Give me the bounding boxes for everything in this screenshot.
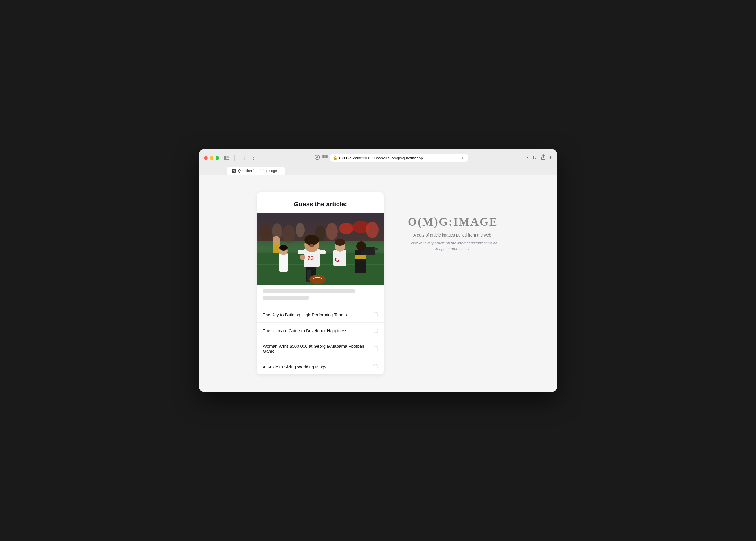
svg-rect-10: [325, 156, 328, 157]
svg-point-35: [300, 255, 306, 260]
divider: [234, 155, 235, 161]
option-1-text: The Key to Building High-Performing Team…: [263, 312, 347, 317]
svg-rect-11: [325, 157, 328, 158]
close-button[interactable]: [204, 156, 208, 160]
page-content: Guess the article:: [199, 175, 557, 392]
option-1-radio[interactable]: [373, 312, 378, 317]
svg-point-42: [335, 239, 345, 246]
option-3-radio[interactable]: [373, 346, 378, 351]
hot-take-text: : every article on the internet doesn't …: [422, 241, 497, 251]
reader-mode-button[interactable]: [314, 155, 320, 161]
option-2-radio[interactable]: [373, 328, 378, 333]
title-bar: ‹ ›: [199, 149, 557, 175]
svg-text:23: 23: [308, 255, 314, 261]
svg-point-18: [296, 223, 305, 237]
skeleton-line-1: [263, 289, 355, 293]
sidebar-toggle-button[interactable]: [223, 154, 231, 162]
url-text: 67112d5bdb81130008bab207--omgimg.netlify…: [339, 156, 460, 160]
svg-rect-1: [227, 156, 229, 157]
option-3-text: Woman Wins $500,000 at Georgia/Alabama F…: [263, 344, 373, 353]
brand-tagline: A quiz of article images pulled from the…: [413, 233, 492, 238]
svg-point-38: [310, 244, 314, 248]
back-button[interactable]: ‹: [240, 154, 248, 162]
svg-point-20: [326, 223, 338, 240]
quiz-option-3[interactable]: Woman Wins $500,000 at Georgia/Alabama F…: [257, 338, 384, 359]
svg-rect-8: [323, 157, 325, 158]
option-4-radio[interactable]: [373, 364, 378, 369]
svg-rect-34: [319, 250, 326, 255]
quiz-option-4[interactable]: A Guide to Sizing Wedding Rings: [257, 359, 384, 374]
svg-rect-2: [227, 158, 229, 159]
svg-text:G: G: [335, 256, 340, 263]
svg-point-21: [339, 223, 354, 234]
new-tab-button[interactable]: +: [548, 155, 552, 161]
brand-hotnote: Hot take: every article on the internet …: [407, 240, 499, 252]
tab-favicon: N: [232, 169, 236, 173]
reload-button[interactable]: ↻: [461, 156, 465, 160]
svg-rect-45: [374, 248, 378, 250]
svg-point-37: [304, 235, 319, 245]
minimize-button[interactable]: [210, 156, 214, 160]
branding-panel: O(M)G:IMAGE A quiz of article images pul…: [407, 193, 499, 252]
svg-rect-6: [323, 155, 325, 156]
svg-rect-0: [225, 156, 226, 160]
svg-point-5: [316, 157, 318, 158]
tab-bar: N Question 1 | o(m)g:image: [204, 165, 552, 175]
traffic-lights: [204, 156, 219, 160]
quiz-heading: Guess the article:: [257, 193, 384, 213]
svg-point-23: [366, 222, 378, 238]
svg-point-15: [260, 224, 272, 242]
skeleton-loader: [257, 284, 384, 306]
tab-title: Question 1 | o(m)g:image: [238, 169, 277, 173]
svg-point-46: [357, 242, 366, 251]
active-tab[interactable]: N Question 1 | o(m)g:image: [227, 167, 285, 175]
lock-icon: 🔒: [333, 156, 338, 160]
svg-rect-3: [227, 159, 229, 160]
svg-rect-9: [325, 155, 328, 156]
address-bar[interactable]: 🔒 67112d5bdb81130008bab207--omgimg.netli…: [330, 155, 468, 162]
svg-rect-47: [355, 255, 367, 259]
toolbar-right: +: [525, 155, 552, 162]
nav-controls: ‹ ›: [240, 154, 258, 162]
quiz-option-1[interactable]: The Key to Building High-Performing Team…: [257, 306, 384, 322]
reader-view-button[interactable]: [323, 155, 328, 161]
quiz-image: 23 G: [257, 213, 384, 284]
quiz-options: The Key to Building High-Performing Team…: [257, 306, 384, 374]
option-4-text: A Guide to Sizing Wedding Rings: [263, 364, 327, 369]
quiz-option-2[interactable]: The Ultimate Guide to Developer Happines…: [257, 322, 384, 338]
fullscreen-button[interactable]: [216, 156, 219, 160]
svg-point-25: [273, 236, 280, 244]
hot-take-link[interactable]: Hot take: [408, 241, 422, 245]
svg-rect-33: [298, 250, 304, 255]
svg-rect-51: [280, 253, 288, 271]
address-bar-area: 🔒 67112d5bdb81130008bab207--omgimg.netli…: [261, 155, 521, 162]
quiz-card: Guess the article:: [257, 193, 384, 374]
option-2-text: The Ultimate Guide to Developer Happines…: [263, 328, 347, 333]
share-button[interactable]: [541, 155, 546, 162]
svg-rect-7: [323, 156, 325, 157]
brand-logo: O(M)G:IMAGE: [408, 216, 498, 228]
skeleton-line-2: [263, 295, 309, 299]
download-button[interactable]: [525, 155, 530, 161]
svg-point-53: [280, 245, 288, 251]
browser-window: ‹ ›: [199, 149, 557, 392]
forward-button[interactable]: ›: [250, 154, 258, 162]
svg-point-17: [282, 225, 295, 244]
cast-button[interactable]: [533, 155, 538, 161]
